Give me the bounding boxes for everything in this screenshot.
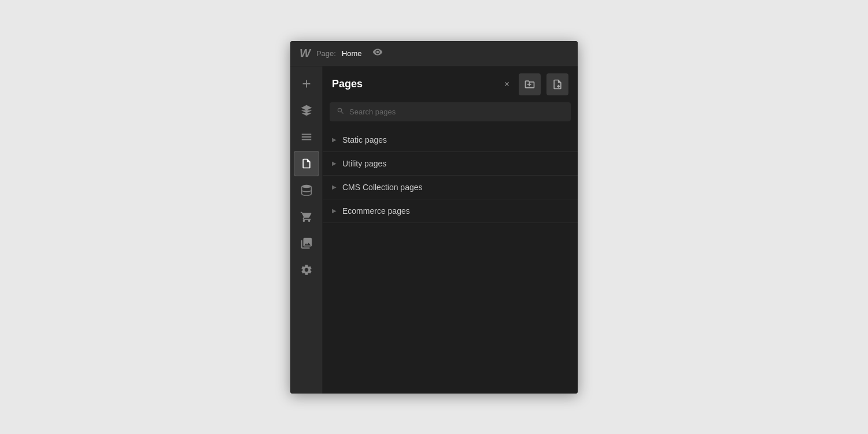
search-box <box>330 102 571 121</box>
page-group-static-label: Static pages <box>342 135 387 144</box>
page-group-static: ▶ Static pages <box>323 128 578 152</box>
sidebar-item-ecommerce[interactable] <box>294 204 319 229</box>
sidebar-item-pages[interactable] <box>294 151 319 176</box>
page-group-cms: ▶ CMS Collection pages <box>323 176 578 199</box>
page-group-cms-label: CMS Collection pages <box>342 183 423 192</box>
chevron-right-icon: ▶ <box>332 136 337 143</box>
search-container <box>323 102 578 128</box>
page-group-cms-header[interactable]: ▶ CMS Collection pages <box>323 176 578 199</box>
sidebar <box>290 66 323 394</box>
sidebar-item-add[interactable] <box>294 71 319 97</box>
add-folder-button[interactable] <box>519 73 541 95</box>
sidebar-item-cms[interactable] <box>294 177 319 203</box>
pages-panel: Pages × <box>323 66 578 394</box>
sidebar-item-assets[interactable] <box>294 231 319 256</box>
search-icon <box>337 107 345 117</box>
sidebar-item-components[interactable] <box>294 98 319 123</box>
pages-list: ▶ Static pages ▶ Utility pages ▶ CMS Col… <box>323 128 578 394</box>
page-group-utility-label: Utility pages <box>342 159 386 168</box>
webflow-logo: W <box>300 47 311 60</box>
sidebar-item-settings[interactable] <box>294 257 319 283</box>
svg-point-0 <box>301 184 311 188</box>
page-group-ecommerce-header[interactable]: ▶ Ecommerce pages <box>323 199 578 222</box>
chevron-right-icon: ▶ <box>332 160 337 166</box>
page-group-ecommerce: ▶ Ecommerce pages <box>323 199 578 223</box>
top-bar: W Page: Home <box>290 41 578 66</box>
chevron-right-icon: ▶ <box>332 184 337 190</box>
chevron-right-icon: ▶ <box>332 207 337 214</box>
current-page-name: Home <box>342 49 362 58</box>
app-window: W Page: Home <box>290 41 578 394</box>
eye-icon[interactable] <box>372 47 383 60</box>
panel-header: Pages × <box>323 66 578 102</box>
page-label: Page: <box>316 49 336 58</box>
page-group-utility: ▶ Utility pages <box>323 152 578 176</box>
page-group-utility-header[interactable]: ▶ Utility pages <box>323 152 578 175</box>
search-input[interactable] <box>349 107 564 116</box>
page-group-static-header[interactable]: ▶ Static pages <box>323 128 578 151</box>
page-group-ecommerce-label: Ecommerce pages <box>342 206 410 216</box>
main-layout: Pages × <box>290 66 578 394</box>
sidebar-item-navigator[interactable] <box>294 124 319 150</box>
add-page-button[interactable] <box>546 73 568 95</box>
close-panel-button[interactable]: × <box>501 78 513 91</box>
panel-title: Pages <box>332 78 495 90</box>
